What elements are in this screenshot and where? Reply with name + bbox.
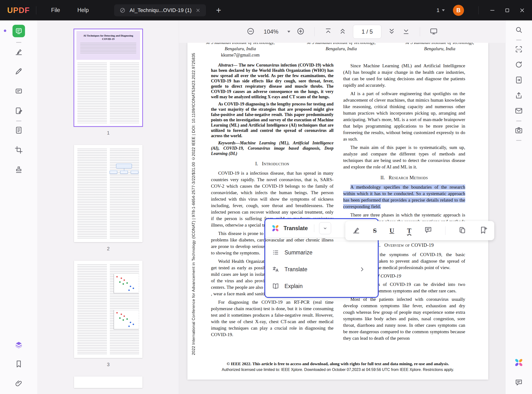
next-page-button[interactable]	[388, 27, 396, 36]
thumbnail-text-placeholder	[77, 63, 139, 123]
abstract-paragraph-2: As COVID-19 diagnosing is the lengthy pr…	[211, 101, 334, 138]
paperclip-icon	[15, 379, 23, 387]
updf-ai-button[interactable]	[514, 357, 524, 369]
tab-close-icon[interactable]	[195, 8, 201, 13]
close-button[interactable]	[515, 7, 530, 13]
screenshot-button[interactable]	[515, 126, 523, 135]
open-files-count[interactable]: 1	[437, 7, 445, 13]
bookmark-icon	[15, 360, 23, 368]
rail-divider	[516, 40, 521, 40]
maximize-button[interactable]	[500, 7, 515, 13]
tab-file-icon	[119, 7, 126, 13]
ai-popup-title: Translate	[284, 225, 308, 232]
page-indicator[interactable]: 1 / 5	[353, 25, 381, 39]
presentation-mode-button[interactable]	[430, 27, 438, 36]
right-tool-rail: OCR	[505, 20, 532, 394]
stamp-tool-button[interactable]	[15, 166, 23, 175]
menu-file[interactable]: File	[43, 7, 69, 13]
document-tab[interactable]: AI_Techniqu...OVID-19 (1)	[114, 4, 206, 16]
ai-popup-menu: Summarize Translate	[265, 242, 378, 297]
search-icon	[515, 26, 523, 34]
first-page-button[interactable]	[324, 27, 332, 36]
keywords-paragraph: Keywords—Machine Learning (ML), Artifici…	[211, 140, 334, 156]
ocr-button[interactable]: OCR	[515, 45, 523, 54]
menu-help[interactable]: Help	[69, 7, 97, 13]
layers-icon	[15, 341, 23, 349]
rotate-page-button[interactable]	[515, 61, 523, 70]
bookmark-panel-button[interactable]	[15, 360, 23, 369]
last-page-button[interactable]	[402, 27, 410, 36]
crop-tool-button[interactable]	[15, 146, 23, 155]
zoom-in-button[interactable]	[297, 27, 305, 36]
affiliation-block: M S Ramaiah Institute of Technology, Ben…	[399, 43, 481, 52]
toolbar-divider	[314, 27, 315, 36]
zoom-dropdown-icon[interactable]	[287, 31, 290, 34]
chevron-down-icon	[322, 225, 328, 231]
underline-button[interactable]: U	[390, 227, 394, 234]
search-button[interactable]	[515, 26, 523, 35]
page-organize-button[interactable]	[15, 341, 23, 350]
zoom-out-button[interactable]	[247, 27, 255, 36]
pen-tool-button[interactable]	[15, 67, 23, 76]
attachment-panel-button[interactable]	[15, 379, 23, 388]
avatar[interactable]: B	[453, 5, 464, 16]
updf-window: UPDF File Help AI_Techniqu...OVID-19 (1)…	[0, 0, 532, 394]
thumbnail-page-number: 3	[107, 362, 110, 367]
minimize-button[interactable]	[485, 7, 500, 13]
squiggly-underline-button[interactable]: T	[407, 227, 411, 234]
mail-button[interactable]	[515, 107, 523, 116]
main-area: 104% 1 / 5	[179, 20, 505, 394]
toolbar-divider	[420, 27, 420, 36]
left-tool-rail	[0, 20, 38, 394]
copy-button[interactable]	[458, 226, 466, 235]
thumbnail-scatter-plot	[114, 310, 139, 329]
menu-item-summarize[interactable]: Summarize	[265, 244, 378, 261]
thumbnail-page-2[interactable]	[74, 145, 142, 242]
maximize-icon	[504, 7, 510, 13]
add-bookmark-button[interactable]	[479, 226, 488, 235]
document-canvas: 2022 International Conference for Advanc…	[179, 43, 505, 394]
reader-mode-icon	[15, 27, 23, 35]
ai-action-dropdown[interactable]	[319, 222, 331, 234]
previous-page-button[interactable]	[339, 27, 347, 36]
rail-divider	[16, 42, 21, 43]
presentation-icon	[430, 27, 438, 35]
minimize-icon	[489, 7, 495, 13]
thumbnail-page-1[interactable]: AI Techniques for Detecting and Diagnosi…	[74, 29, 142, 126]
form-field-tool-button[interactable]	[15, 87, 23, 96]
copy-icon	[458, 226, 466, 234]
rail-divider	[516, 121, 521, 121]
zoom-level[interactable]: 104%	[261, 28, 281, 35]
footer-copyright: © IEEE 2022. This article is free to acc…	[187, 361, 488, 366]
annotate-tool-button[interactable]	[15, 107, 23, 116]
edit-text-tool-button[interactable]	[15, 126, 23, 135]
strikethrough-button[interactable]: S	[373, 227, 377, 234]
comment-button[interactable]	[424, 226, 432, 235]
svg-text:OCR: OCR	[517, 48, 521, 51]
translate-icon	[272, 266, 279, 273]
thumbnail-page-3[interactable]	[74, 261, 142, 358]
paragraph: Most of the patients infected with coron…	[343, 296, 465, 341]
highlighter-tool-button[interactable]	[15, 48, 23, 57]
new-tab-button[interactable]: +	[216, 6, 221, 15]
menu-item-translate[interactable]: Translate	[265, 261, 378, 278]
highlighter-icon	[352, 226, 360, 234]
highlight-button[interactable]	[352, 226, 360, 235]
menu-item-explain[interactable]: Explain	[265, 278, 378, 295]
paragraph: For diagnosing the COVID-19 an RT-PCR (r…	[211, 299, 334, 338]
rail-divider	[516, 140, 521, 141]
reader-mode-button[interactable]	[12, 25, 25, 37]
selection-format-bar: S U T	[345, 221, 494, 240]
paragraph: Since Machine Learning (ML) and Artifici…	[343, 62, 465, 88]
bookmark-add-icon	[479, 226, 488, 234]
thumbnail-page-4-partial[interactable]	[74, 376, 142, 388]
titlebar-right: 1 B	[437, 5, 532, 16]
ocr-icon: OCR	[515, 45, 523, 53]
stamp-icon	[15, 166, 23, 174]
comments-panel-button[interactable]	[515, 379, 523, 388]
section-heading-1: I.Introduction	[211, 160, 334, 167]
thumbnail-page-number: 1	[107, 130, 110, 136]
share-button[interactable]	[515, 91, 523, 100]
left-column: Abstract— The new Coronavirus infection …	[211, 62, 334, 360]
extract-page-button[interactable]	[515, 76, 523, 85]
